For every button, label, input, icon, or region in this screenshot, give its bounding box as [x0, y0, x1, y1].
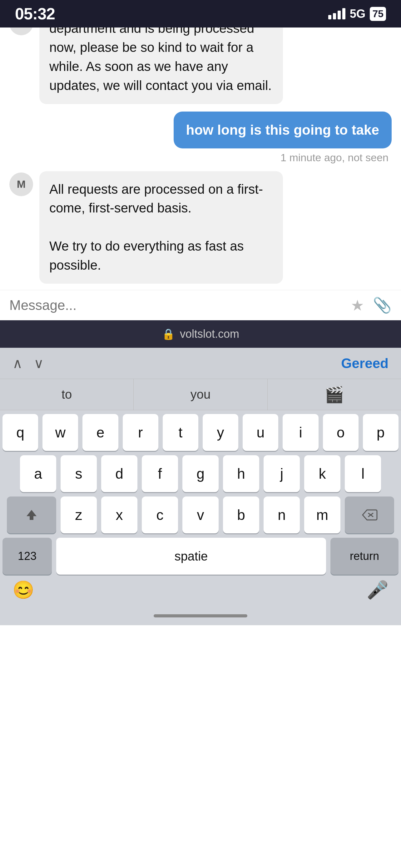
key-j[interactable]: j: [264, 455, 300, 492]
done-button[interactable]: Gereed: [341, 355, 389, 371]
status-icons: 5G 75: [328, 7, 386, 21]
message-status: 1 minute ago, not seen: [280, 152, 392, 164]
home-indicator: [0, 607, 401, 625]
predictive-item-you[interactable]: you: [134, 379, 267, 410]
numbers-key[interactable]: 123: [2, 538, 52, 575]
outgoing-bubble: how long is this going to take: [174, 112, 392, 148]
key-b[interactable]: b: [223, 496, 259, 533]
incoming-bubble: department and is being processed now, p…: [39, 28, 283, 104]
battery-indicator: 75: [370, 7, 386, 21]
star-icon[interactable]: ★: [351, 297, 364, 314]
key-d[interactable]: d: [101, 455, 137, 492]
key-row-2: a s d f g h j k l: [2, 455, 399, 492]
key-i[interactable]: i: [282, 414, 318, 451]
keyboard-keys: q w e r t y u i o p a s d f g h j k l: [0, 410, 401, 576]
key-t[interactable]: t: [163, 414, 198, 451]
nav-down-arrow[interactable]: ∨: [34, 355, 44, 371]
key-l[interactable]: l: [345, 455, 381, 492]
shift-key[interactable]: [7, 496, 56, 533]
signal-bars-icon: [328, 8, 345, 19]
chat-area: M department and is being processed now,…: [0, 28, 401, 290]
microphone-icon[interactable]: 🎤: [367, 580, 389, 600]
list-item: M department and is being processed now,…: [9, 28, 392, 104]
key-v[interactable]: v: [182, 496, 219, 533]
avatar: M: [9, 173, 33, 196]
delete-key[interactable]: [345, 496, 394, 533]
key-n[interactable]: n: [264, 496, 300, 533]
predictive-row[interactable]: to you 🎬: [0, 379, 401, 410]
predictive-item-to[interactable]: to: [0, 379, 134, 410]
emoji-icon[interactable]: 😊: [12, 580, 34, 600]
predictive-emoji: 🎬: [325, 385, 344, 404]
space-key[interactable]: spatie: [56, 538, 326, 575]
battery-level: 75: [372, 8, 383, 20]
keyboard[interactable]: ∧ ∨ Gereed to you 🎬 q w e r t y u i o p: [0, 348, 401, 625]
key-s[interactable]: s: [61, 455, 97, 492]
attach-icon[interactable]: 📎: [373, 297, 392, 314]
key-e[interactable]: e: [82, 414, 118, 451]
key-y[interactable]: y: [203, 414, 238, 451]
message-text: All requests are processed on a first-co…: [49, 182, 263, 273]
key-w[interactable]: w: [42, 414, 78, 451]
toolbar-nav[interactable]: ∧ ∨: [12, 355, 44, 371]
key-r[interactable]: r: [123, 414, 158, 451]
message-input-bar[interactable]: ★ 📎: [0, 290, 401, 320]
message-text: how long is this going to take: [186, 122, 379, 137]
avatar: M: [9, 28, 33, 35]
key-row-3: z x c v b n m: [2, 496, 399, 533]
key-a[interactable]: a: [20, 455, 56, 492]
domain-label: voltslot.com: [180, 328, 239, 341]
key-g[interactable]: g: [182, 455, 219, 492]
lock-icon: 🔒: [162, 328, 175, 340]
list-item: how long is this going to take 1 minute …: [9, 112, 392, 164]
key-z[interactable]: z: [61, 496, 97, 533]
key-row-1: q w e r t y u i o p: [2, 414, 399, 451]
home-bar: [154, 614, 247, 617]
nav-up-arrow[interactable]: ∧: [12, 355, 23, 371]
predictive-item-emoji[interactable]: 🎬: [268, 379, 401, 410]
key-o[interactable]: o: [323, 414, 359, 451]
key-m[interactable]: m: [304, 496, 340, 533]
message-text: department and is being processed now, p…: [49, 28, 272, 93]
key-x[interactable]: x: [101, 496, 137, 533]
predictive-text: to: [62, 388, 72, 402]
predictive-text: you: [191, 388, 211, 402]
key-q[interactable]: q: [2, 414, 38, 451]
input-actions: ★ 📎: [351, 297, 392, 314]
keyboard-bottom-row: 😊 🎤: [0, 576, 401, 607]
list-item: M All requests are processed on a first-…: [9, 171, 392, 284]
status-time: 05:32: [15, 4, 55, 23]
message-input[interactable]: [9, 298, 344, 313]
network-label: 5G: [350, 7, 366, 21]
key-h[interactable]: h: [223, 455, 259, 492]
incoming-bubble: All requests are processed on a first-co…: [39, 171, 283, 284]
key-row-bottom: 123 spatie return: [2, 538, 399, 575]
key-k[interactable]: k: [304, 455, 340, 492]
browser-bar: 🔒 voltslot.com: [0, 320, 401, 348]
chat-container: M department and is being processed now,…: [0, 28, 401, 290]
keyboard-toolbar: ∧ ∨ Gereed: [0, 348, 401, 379]
key-p[interactable]: p: [363, 414, 399, 451]
return-key[interactable]: return: [330, 538, 399, 575]
status-bar: 05:32 5G 75: [0, 0, 401, 28]
key-f[interactable]: f: [142, 455, 178, 492]
key-u[interactable]: u: [243, 414, 278, 451]
key-c[interactable]: c: [142, 496, 178, 533]
